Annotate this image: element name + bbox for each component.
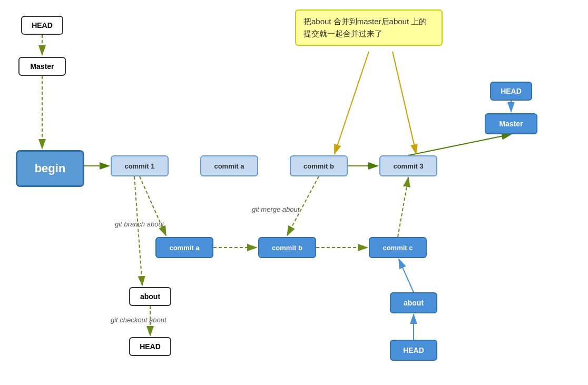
node-commit-b-light: commit b: [290, 155, 348, 176]
node-master-left: Master: [18, 57, 66, 76]
node-about-right: about: [390, 292, 437, 313]
node-master-right: Master: [485, 113, 537, 134]
svg-line-17: [398, 177, 408, 237]
node-about-left: about: [129, 287, 171, 306]
node-commit-a-blue: commit a: [155, 237, 213, 258]
svg-line-9: [408, 134, 511, 155]
label-git-checkout: git checkout about: [111, 316, 166, 324]
node-commit-a-light: commit a: [200, 155, 258, 176]
callout-box: 把about 合并到master后about 上的提交就一起合并过来了: [295, 9, 443, 46]
svg-line-20: [335, 52, 369, 154]
svg-line-21: [393, 52, 416, 154]
node-head-right: HEAD: [490, 82, 532, 101]
svg-line-18: [399, 259, 414, 292]
node-commit-b-blue: commit b: [258, 237, 316, 258]
node-commit-c-blue: commit c: [369, 237, 427, 258]
node-begin: begin: [16, 150, 84, 187]
node-head-bottom-right: HEAD: [390, 340, 437, 361]
label-git-merge: git merge about: [252, 205, 299, 213]
diagram-container: 把about 合并到master后about 上的提交就一起合并过来了 HEAD…: [0, 0, 588, 385]
label-git-branch: git branch about: [115, 220, 164, 228]
arrows-svg: [0, 0, 588, 385]
node-commit1: commit 1: [111, 155, 169, 176]
node-commit3: commit 3: [379, 155, 437, 176]
node-head-top-left: HEAD: [21, 16, 63, 35]
svg-line-12: [134, 176, 142, 285]
node-head-bottom-left: HEAD: [129, 337, 171, 356]
